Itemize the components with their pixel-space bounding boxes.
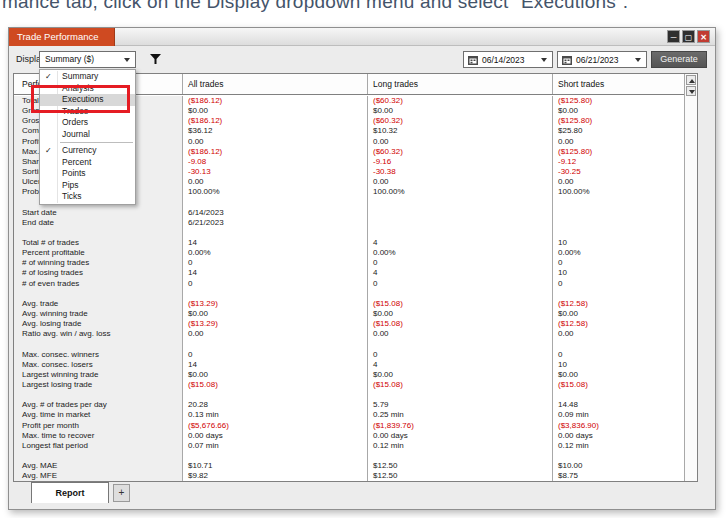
generate-button[interactable]: Generate <box>651 51 707 68</box>
row-label: # of losing trades <box>14 268 182 278</box>
row-value: ($12.58) <box>552 299 686 309</box>
row-label: Avg. losing trade <box>14 319 182 329</box>
row-value: 0.09 min <box>552 410 686 420</box>
table-row: Avg. MFE$9.82$12.50$8.75 <box>14 471 697 481</box>
table-row: # of losing trades14410 <box>14 268 697 278</box>
page: mance tab, click on the Display dropdown… <box>0 0 726 518</box>
row-value: 0.00 days <box>182 431 367 441</box>
row-value <box>367 390 552 400</box>
column-header: Short trades <box>552 74 686 94</box>
table-row: Largest losing trade($15.08)($15.08)($15… <box>14 380 697 390</box>
maximize-icon: ▢ <box>683 32 694 43</box>
row-value: 0 <box>367 258 552 268</box>
row-value: 0 <box>182 258 367 268</box>
add-tab-button[interactable]: + <box>113 484 130 502</box>
row-value: 0.00 <box>367 177 552 187</box>
tab-report[interactable]: Report <box>31 482 109 503</box>
row-value: 0.00% <box>552 248 686 258</box>
row-value: ($15.08) <box>367 380 552 390</box>
row-value: 0 <box>552 350 686 360</box>
minimize-icon: ─ <box>668 32 679 43</box>
table-spacer-row <box>14 451 697 461</box>
row-label: Avg. MAE <box>14 461 182 471</box>
row-value <box>552 339 686 349</box>
row-value: 0.00 <box>552 177 686 187</box>
row-value <box>552 197 686 207</box>
menu-item-journal[interactable]: Journal <box>40 129 135 141</box>
row-value <box>182 289 367 299</box>
row-value: 0.07 min <box>182 441 367 451</box>
row-value: 0.00% <box>182 248 367 258</box>
date-from-value: 06/14/2023 <box>482 53 525 68</box>
menu-item-summary[interactable]: ✓Summary <box>40 71 135 83</box>
row-value: -9.12 <box>552 157 686 167</box>
display-dropdown[interactable]: Summary ($) <box>39 51 136 68</box>
row-value: 0.25 min <box>367 410 552 420</box>
table-spacer-row <box>14 390 697 400</box>
menu-item-label: Summary <box>62 71 98 81</box>
row-value: $0.00 <box>367 370 552 380</box>
row-value: 0 <box>552 258 686 268</box>
menu-item-currency[interactable]: ✓Currency <box>40 145 135 157</box>
menu-item-percent[interactable]: Percent <box>40 157 135 169</box>
menu-item-ticks[interactable]: Ticks <box>40 191 135 203</box>
row-value: 100.00% <box>182 187 367 197</box>
row-value: -30.38 <box>367 167 552 177</box>
menu-item-pips[interactable]: Pips <box>40 180 135 192</box>
row-value: 20.28 <box>182 400 367 410</box>
scroll-up-button[interactable] <box>686 75 696 85</box>
menu-item-points[interactable]: Points <box>40 168 135 180</box>
row-value: 10 <box>552 360 686 370</box>
row-value: 0.00 <box>182 137 367 147</box>
menu-item-label: Orders <box>62 117 88 127</box>
row-label: End date <box>14 218 182 228</box>
table-row: Longest flat period0.07 min0.12 min0.12 … <box>14 441 697 451</box>
table-spacer-row <box>14 289 697 299</box>
row-value <box>182 390 367 400</box>
table-row: End date6/21/2023 <box>14 218 697 228</box>
filter-button[interactable] <box>145 51 165 68</box>
menu-item-label: Pips <box>62 180 79 190</box>
row-value: $0.00 <box>552 370 686 380</box>
row-value <box>552 451 686 461</box>
date-from-picker[interactable]: 06/14/2023 <box>463 51 553 68</box>
row-value: 10 <box>552 268 686 278</box>
row-value: ($15.08) <box>367 319 552 329</box>
row-value <box>552 218 686 228</box>
scroll-down-button[interactable] <box>686 86 696 96</box>
row-value: ($15.08) <box>367 299 552 309</box>
row-value: ($15.08) <box>182 380 367 390</box>
row-label: Avg. winning trade <box>14 309 182 319</box>
row-value: 4 <box>367 238 552 248</box>
close-button[interactable]: ✕ <box>697 30 710 43</box>
row-value: 4 <box>367 360 552 370</box>
row-value: 0 <box>367 350 552 360</box>
minimize-button[interactable]: ─ <box>667 30 680 43</box>
vertical-scrollbar[interactable] <box>684 74 697 481</box>
column-header: All trades <box>182 74 367 94</box>
row-label <box>14 228 182 238</box>
row-label: Profit per month <box>14 421 182 431</box>
row-value: 0.00 <box>182 329 367 339</box>
row-label <box>14 339 182 349</box>
row-value <box>182 228 367 238</box>
table-row: Start date6/14/2023 <box>14 208 697 218</box>
row-value: $0.00 <box>552 309 686 319</box>
window-titlebar[interactable]: Trade Performance ─ ▢ ✕ <box>9 28 715 46</box>
row-value: 0.12 min <box>552 441 686 451</box>
row-label: Percent profitable <box>14 248 182 258</box>
menu-item-orders[interactable]: Orders <box>40 117 135 129</box>
row-value: $12.50 <box>367 461 552 471</box>
row-value: 0 <box>552 279 686 289</box>
row-label: Start date <box>14 208 182 218</box>
row-value: $10.00 <box>552 461 686 471</box>
row-label: Total # of trades <box>14 238 182 248</box>
window-title-tab[interactable]: Trade Performance <box>9 28 115 46</box>
row-value <box>182 451 367 461</box>
chevron-down-icon <box>124 58 130 62</box>
maximize-button[interactable]: ▢ <box>682 30 695 43</box>
row-value: 14.48 <box>552 400 686 410</box>
date-to-picker[interactable]: 06/21/2023 <box>557 51 647 68</box>
table-row: Max. consec. winners000 <box>14 350 697 360</box>
menu-separator <box>60 142 133 143</box>
